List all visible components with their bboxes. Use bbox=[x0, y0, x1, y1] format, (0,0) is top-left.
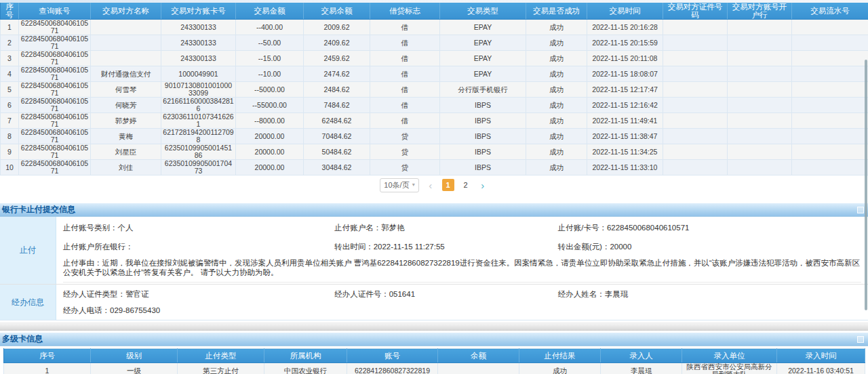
table-row[interactable]: 46228450068040610571财付通微信支付1000049901--1… bbox=[1, 66, 868, 82]
table-cell: 7 bbox=[1, 113, 19, 129]
table-cell: 243300133 bbox=[161, 20, 236, 35]
table-cell: 6230361101073416261 bbox=[161, 113, 236, 129]
table-cell bbox=[438, 363, 519, 374]
table-cell bbox=[728, 35, 792, 51]
table-cell bbox=[91, 51, 161, 66]
table-cell: 黄梅 bbox=[91, 129, 161, 144]
table-cell: 借 bbox=[370, 20, 440, 35]
table-cell: 6228450068040610571 bbox=[19, 144, 91, 160]
table-cell: 9010713080100100033099 bbox=[161, 82, 236, 98]
table-cell bbox=[792, 144, 868, 160]
field-account-type: 止付账号类别：个人 bbox=[63, 223, 334, 233]
prev-page-icon[interactable]: ‹ bbox=[425, 180, 436, 190]
next-page-icon[interactable]: › bbox=[477, 180, 488, 190]
table-cell bbox=[663, 129, 728, 144]
table-cell: 6228450068040610571 bbox=[19, 113, 91, 129]
table-cell: IBPS bbox=[440, 98, 526, 113]
table-cell: 成功 bbox=[526, 129, 587, 144]
table-cell: --10.00 bbox=[236, 66, 304, 82]
table-cell: 50484.62 bbox=[304, 144, 370, 160]
column-header: 交易对方名称 bbox=[91, 3, 161, 20]
field-account-bank: 止付账户所在银行： bbox=[63, 242, 334, 252]
table-cell: 6 bbox=[1, 98, 19, 113]
column-header: 交易时间 bbox=[587, 3, 663, 20]
table-cell: 6228412860827322819 bbox=[347, 363, 438, 374]
table-cell: 2022-11-16 03:40:51 bbox=[777, 363, 865, 374]
field-handler-name: 经办人姓名：李晨琨 bbox=[558, 289, 861, 299]
field-card-number: 止付账/卡号：6228450068040610571 bbox=[558, 223, 861, 233]
table-cell: 1 bbox=[1, 20, 19, 35]
table-cell bbox=[663, 144, 728, 160]
table-cell: 借 bbox=[370, 51, 440, 66]
column-header: 所属机构 bbox=[264, 349, 347, 363]
table-cell: 2022-11-15 20:16:28 bbox=[587, 20, 663, 35]
table-cell: 6228450068040610571 bbox=[19, 129, 91, 144]
table-cell: 成功 bbox=[526, 51, 587, 66]
table-cell: 2022-11-15 11:34:25 bbox=[587, 144, 663, 160]
field-handler-id-type: 经办人证件类型：警官证 bbox=[63, 289, 334, 299]
column-header: 录入人 bbox=[601, 349, 682, 363]
table-cell: EPAY bbox=[440, 51, 526, 66]
table-row[interactable]: 26228450068040610571243300133--50.002409… bbox=[1, 35, 868, 51]
table-cell bbox=[728, 98, 792, 113]
table-cell: 刘星臣 bbox=[91, 144, 161, 160]
table-cell bbox=[792, 129, 868, 144]
table-cell: IBPS bbox=[440, 144, 526, 160]
table-row[interactable]: 56228450068040610571何雪琴90107130801001000… bbox=[1, 82, 868, 98]
table-cell: 243300133 bbox=[161, 35, 236, 51]
page-size-select[interactable]: 10条/页 ▾ bbox=[380, 178, 418, 192]
table-row[interactable]: 36228450068040610571243300133--15.002459… bbox=[1, 51, 868, 66]
table-cell: 借 bbox=[370, 66, 440, 82]
table-cell: 20000.00 bbox=[236, 144, 304, 160]
multi-card-section-title: 多级卡信息 bbox=[2, 334, 43, 344]
table-cell bbox=[728, 160, 792, 175]
table-row[interactable]: 1一级第三方止付中国农业银行6228412860827322819成功李晨琨陕西… bbox=[4, 363, 865, 374]
table-row[interactable]: 66228450068040610571何晓芳62166116000038428… bbox=[1, 98, 868, 113]
column-header: 查询账号 bbox=[19, 3, 91, 20]
table-cell: 2022-11-15 12:17:47 bbox=[587, 82, 663, 98]
table-cell: 2022-11-15 20:15:59 bbox=[587, 35, 663, 51]
table-row[interactable]: 16228450068040610571243300133--400.00200… bbox=[1, 20, 868, 35]
column-header: 余额 bbox=[438, 349, 519, 363]
table-cell: 2022-11-15 11:33:10 bbox=[587, 160, 663, 175]
vertical-scrollbar[interactable] bbox=[865, 60, 867, 310]
table-cell bbox=[663, 98, 728, 113]
table-cell bbox=[663, 35, 728, 51]
page-size-label: 10条/页 bbox=[384, 180, 409, 190]
table-row[interactable]: 96228450068040610571刘星臣62350109905001451… bbox=[1, 144, 868, 160]
table-cell: 6235010990500145186 bbox=[161, 144, 236, 160]
table-cell: 4 bbox=[1, 66, 19, 82]
table-cell: 何晓芳 bbox=[91, 98, 161, 113]
table-cell bbox=[663, 82, 728, 98]
column-header: 录入单位 bbox=[682, 349, 777, 363]
table-cell: 6228450068040610571 bbox=[19, 160, 91, 175]
table-cell: 分行版手机银行 bbox=[440, 82, 526, 98]
table-row[interactable]: 86228450068040610571黄梅621728194200112709… bbox=[1, 129, 868, 144]
table-cell bbox=[728, 66, 792, 82]
chevron-down-icon: ▾ bbox=[412, 182, 415, 188]
table-cell bbox=[728, 144, 792, 160]
table-cell: 借 bbox=[370, 82, 440, 98]
table-cell bbox=[728, 51, 792, 66]
table-cell bbox=[728, 113, 792, 129]
page-button-2[interactable]: 2 bbox=[460, 179, 471, 191]
table-cell: 2 bbox=[1, 35, 19, 51]
table-row[interactable]: 76228450068040610571郭梦婷62303611010734162… bbox=[1, 113, 868, 129]
table-cell: 第三方止付 bbox=[178, 363, 264, 374]
column-header: 序号 bbox=[4, 349, 91, 363]
table-cell: 成功 bbox=[526, 20, 587, 35]
table-cell bbox=[91, 20, 161, 35]
page-button-1[interactable]: 1 bbox=[442, 179, 454, 191]
section-divider bbox=[0, 323, 868, 331]
collapse-icon[interactable] bbox=[857, 336, 864, 343]
transactions-header-row: 序号查询账号交易对方名称交易对方账卡号交易金额交易余额借贷标志交易类型交易是否成… bbox=[1, 3, 868, 20]
table-cell bbox=[663, 66, 728, 82]
field-stop-reason: 止付事由：近期，我单位在接报刘妮被骗警情中，发现涉案人员利用贵单位相关账户 曹鸿… bbox=[63, 256, 861, 283]
table-row[interactable]: 106228450068040610571刘佳62350109905001704… bbox=[1, 160, 868, 175]
table-cell: 成功 bbox=[526, 160, 587, 175]
collapse-icon[interactable] bbox=[857, 207, 864, 213]
table-cell: 刘佳 bbox=[91, 160, 161, 175]
table-cell: 1 bbox=[4, 363, 91, 374]
column-header: 交易对方账号开户行 bbox=[728, 3, 792, 20]
table-cell: 70484.62 bbox=[304, 129, 370, 144]
